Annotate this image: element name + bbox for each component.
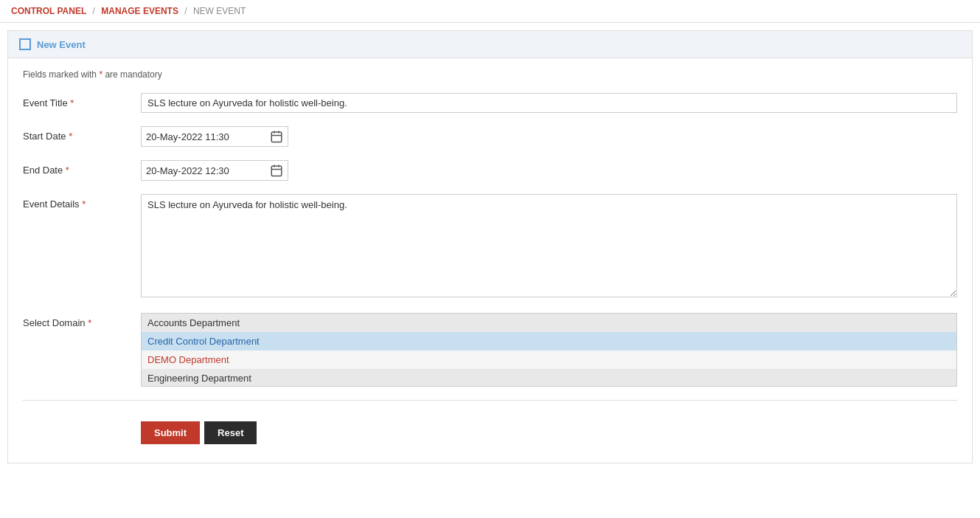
panel-title: New Event — [37, 39, 86, 50]
breadcrumb: Control Panel / Manage Events / New Even… — [0, 0, 980, 23]
event-title-label: Event Title * — [23, 93, 141, 108]
form-divider — [23, 400, 957, 401]
breadcrumb-separator-1: / — [93, 6, 98, 16]
event-details-label: Event Details * — [23, 194, 141, 210]
panel-body: Fields marked with * are mandatory Event… — [8, 58, 972, 463]
select-domain-row: Select Domain * Accounts Department Cred… — [23, 313, 957, 387]
new-event-panel: New Event Fields marked with * are manda… — [7, 30, 973, 463]
svg-rect-4 — [271, 166, 282, 176]
start-date-calendar-button[interactable] — [270, 130, 283, 143]
panel-header: New Event — [8, 31, 972, 58]
page-icon — [19, 38, 31, 50]
asterisk-symbol: * — [99, 69, 102, 80]
submit-button[interactable]: Submit — [141, 421, 200, 444]
domain-select-list[interactable]: Accounts Department Credit Control Depar… — [141, 313, 957, 387]
calendar-icon — [270, 130, 283, 143]
event-details-row: Event Details * SLS lecture on Ayurveda … — [23, 194, 957, 300]
end-date-input-wrapper — [141, 160, 288, 181]
button-row: Submit Reset — [141, 414, 957, 452]
end-date-calendar-button[interactable] — [270, 164, 283, 177]
event-title-input[interactable] — [141, 93, 957, 113]
select-domain-label: Select Domain * — [23, 313, 141, 328]
reset-button[interactable]: Reset — [204, 421, 257, 444]
event-details-wrap: SLS lecture on Ayurveda for holistic wel… — [141, 194, 957, 300]
domain-item-accounts[interactable]: Accounts Department — [142, 314, 956, 332]
event-details-textarea[interactable]: SLS lecture on Ayurveda for holistic wel… — [141, 194, 957, 297]
breadcrumb-control-panel[interactable]: Control Panel — [11, 6, 86, 16]
start-date-input[interactable] — [146, 131, 270, 142]
end-date-label: End Date * — [23, 160, 141, 176]
end-date-input[interactable] — [146, 165, 270, 176]
breadcrumb-manage-events[interactable]: Manage Events — [101, 6, 178, 16]
domain-item-engineering[interactable]: Engineering Department — [142, 369, 956, 387]
domain-item-demo[interactable]: DEMO Department — [142, 350, 956, 369]
breadcrumb-current: New Event — [193, 6, 246, 16]
start-date-input-wrapper — [141, 126, 288, 147]
svg-rect-0 — [271, 132, 282, 142]
end-date-row: End Date * — [23, 160, 957, 181]
start-date-row: Start Date * — [23, 126, 957, 147]
domain-item-credit-control[interactable]: Credit Control Department — [142, 332, 956, 350]
event-title-row: Event Title * — [23, 93, 957, 113]
start-date-wrap — [141, 126, 957, 147]
select-domain-wrap: Accounts Department Credit Control Depar… — [141, 313, 957, 387]
end-date-wrap — [141, 160, 957, 181]
event-title-wrap — [141, 93, 957, 113]
calendar-icon — [270, 164, 283, 177]
mandatory-note: Fields marked with * are mandatory — [23, 69, 957, 80]
start-date-label: Start Date * — [23, 126, 141, 142]
breadcrumb-separator-2: / — [184, 6, 190, 16]
